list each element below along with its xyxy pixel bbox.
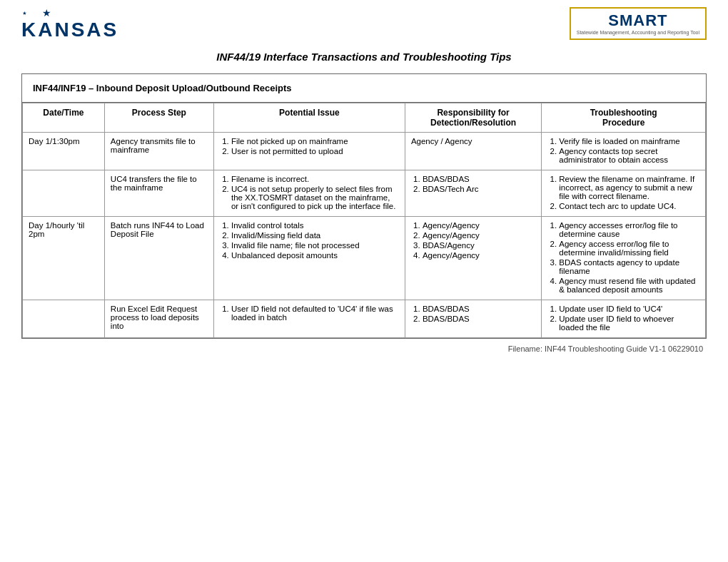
cell-issue: Invalid control totalsInvalid/Missing fi… — [213, 217, 405, 300]
cell-issue: User ID field not defaulted to 'UC4' if … — [213, 300, 405, 338]
kansas-label: KANSAS — [21, 20, 118, 40]
cell-troubleshooting: Verify file is loaded on mainframeAgency… — [542, 133, 706, 170]
cell-process: Run Excel Edit Request process to load d… — [104, 300, 213, 338]
table-row: Run Excel Edit Request process to load d… — [23, 300, 706, 338]
cell-troubleshooting: Agency accesses error/log file to determ… — [542, 217, 706, 300]
page-title: INF44/19 Interface Transactions and Trou… — [21, 51, 707, 63]
col-header-trouble: TroubleshootingProcedure — [542, 103, 706, 133]
cell-datetime — [23, 170, 105, 217]
main-content-box: INF44/INF19 – Inbound Deposit Upload/Out… — [21, 73, 707, 339]
page-header: ⋆ ★ KANSAS SMART Statewide Management, A… — [21, 7, 707, 40]
smart-sub: Statewide Management, Accounting and Rep… — [577, 30, 699, 36]
kansas-logo: ⋆ ★ KANSAS — [21, 7, 118, 40]
col-header-process: Process Step — [104, 103, 213, 133]
table-row: Day 1/1:30pmAgency transmits file to mai… — [23, 133, 706, 170]
cell-datetime: Day 1/hourly 'til 2pm — [23, 217, 105, 300]
cell-datetime — [23, 300, 105, 338]
table-header-row: Date/Time Process Step Potential Issue R… — [23, 103, 706, 133]
col-header-resp: Responsibility forDetection/Resolution — [405, 103, 541, 133]
cell-troubleshooting: Review the filename on mainframe. If inc… — [542, 170, 706, 217]
col-header-datetime: Date/Time — [23, 103, 105, 133]
cell-process: Batch runs INF44 to Load Deposit File — [104, 217, 213, 300]
kansas-star-icon: ⋆ ★ — [21, 7, 57, 19]
col-header-issue: Potential Issue — [213, 103, 405, 133]
cell-responsibility: Agency/AgencyAgency/AgencyBDAS/AgencyAge… — [405, 217, 541, 300]
cell-process: Agency transmits file to mainframe — [104, 133, 213, 170]
cell-issue: File not picked up on mainframeUser is n… — [213, 133, 405, 170]
cell-datetime: Day 1/1:30pm — [23, 133, 105, 170]
filename-line: Filename: INF44 Troubleshooting Guide V1… — [21, 344, 707, 353]
smart-logo: SMART Statewide Management, Accounting a… — [570, 7, 707, 40]
table-row: Day 1/hourly 'til 2pmBatch runs INF44 to… — [23, 217, 706, 300]
section-header: INF44/INF19 – Inbound Deposit Upload/Out… — [22, 74, 706, 103]
smart-label: SMART — [577, 11, 699, 30]
cell-troubleshooting: Update user ID field to 'UC4'Update user… — [542, 300, 706, 338]
cell-responsibility: Agency / Agency — [405, 133, 541, 170]
cell-issue: Filename is incorrect.UC4 is not setup p… — [213, 170, 405, 217]
cell-responsibility: BDAS/BDASBDAS/BDAS — [405, 300, 541, 338]
main-table: Date/Time Process Step Potential Issue R… — [22, 103, 706, 338]
cell-responsibility: BDAS/BDASBDAS/Tech Arc — [405, 170, 541, 217]
cell-process: UC4 transfers the file to the mainframe — [104, 170, 213, 217]
table-row: UC4 transfers the file to the mainframeF… — [23, 170, 706, 217]
